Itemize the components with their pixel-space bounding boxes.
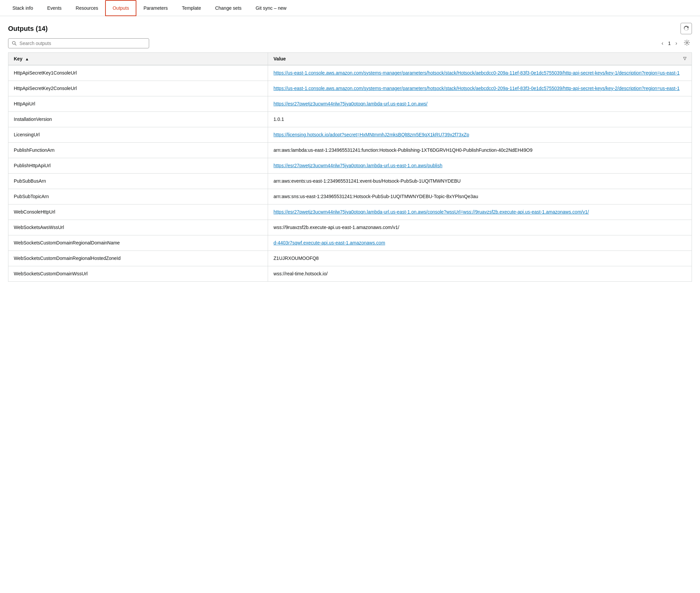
output-value[interactable]: https://esr27pwetjz3ucwm44nlw75jya0otoqn… bbox=[268, 158, 692, 173]
main-content: Outputs (14) ‹ 1 › bbox=[0, 16, 700, 288]
nav-tabs: Stack infoEventsResourcesOutputsParamete… bbox=[0, 0, 700, 16]
output-value: Z1UJRXOUMOOFQ8 bbox=[268, 251, 692, 266]
settings-icon bbox=[684, 40, 690, 46]
sort-icon: ▲ bbox=[25, 57, 29, 62]
outputs-table: Key ▲ Value ▽ HttpApiSecretKey1ConsoleUr… bbox=[8, 52, 692, 282]
output-value: wss://9ruavzsf2b.execute-api.us-east-1.a… bbox=[268, 220, 692, 235]
key-column-header[interactable]: Key ▲ bbox=[8, 53, 268, 66]
output-key: PublishHttpApiUrl bbox=[8, 158, 268, 173]
output-key: PubSubTopicArn bbox=[8, 189, 268, 204]
output-link[interactable]: https://licensing.hotsock.io/adopt?secre… bbox=[273, 132, 469, 137]
search-icon bbox=[12, 41, 17, 46]
output-key: LicensingUrl bbox=[8, 127, 268, 143]
table-row: WebSocketsAwsWssUrlwss://9ruavzsf2b.exec… bbox=[8, 220, 692, 235]
output-key: HttpApiSecretKey2ConsoleUrl bbox=[8, 81, 268, 96]
next-page-button[interactable]: › bbox=[673, 39, 679, 48]
output-key: PubSubBusArn bbox=[8, 173, 268, 189]
output-link[interactable]: https://esr27pwetjz3ucwm44nlw75jya0otoqn… bbox=[273, 163, 442, 168]
output-key: WebSocketsAwsWssUrl bbox=[8, 220, 268, 235]
tab-stack-info[interactable]: Stack info bbox=[5, 0, 40, 16]
page-number: 1 bbox=[668, 41, 671, 46]
table-row: PubSubTopicArnarn:aws:sns:us-east-1:2349… bbox=[8, 189, 692, 204]
search-pagination-row: ‹ 1 › bbox=[8, 38, 692, 48]
tab-events[interactable]: Events bbox=[40, 0, 69, 16]
output-value[interactable]: https://esr27pwetjz3ucwm44nlw75jya0otoqn… bbox=[268, 204, 692, 220]
output-key: WebConsoleHttpUrl bbox=[8, 204, 268, 220]
table-row: WebSocketsCustomDomainRegionalDomainName… bbox=[8, 235, 692, 251]
output-value: wss://real-time.hotsock.io/ bbox=[268, 266, 692, 282]
table-row: WebConsoleHttpUrlhttps://esr27pwetjz3ucw… bbox=[8, 204, 692, 220]
output-value: arn:aws:events:us-east-1:234965531241:ev… bbox=[268, 173, 692, 189]
output-link[interactable]: https://esr27pwetjz3ucwm44nlw75jya0otoqn… bbox=[273, 209, 589, 214]
svg-line-1 bbox=[15, 44, 16, 45]
output-key: WebSocketsCustomDomainRegionalDomainName bbox=[8, 235, 268, 251]
output-link[interactable]: d-4403r7sqwf.execute-api.us-east-1.amazo… bbox=[273, 240, 385, 245]
search-box[interactable] bbox=[8, 38, 149, 48]
output-value[interactable]: https://esr27pwetjz3ucwm44nlw75jya0otoqn… bbox=[268, 96, 692, 112]
outputs-header: Outputs (14) bbox=[8, 23, 692, 34]
table-row: PublishFunctionArnarn:aws:lambda:us-east… bbox=[8, 143, 692, 158]
output-value: arn:aws:lambda:us-east-1:234965531241:fu… bbox=[268, 143, 692, 158]
output-key: InstallationVersion bbox=[8, 112, 268, 127]
value-column-header[interactable]: Value ▽ bbox=[268, 53, 692, 66]
table-row: HttpApiSecretKey1ConsoleUrlhttps://us-ea… bbox=[8, 65, 692, 81]
tab-resources[interactable]: Resources bbox=[69, 0, 105, 16]
svg-point-2 bbox=[686, 42, 688, 44]
table-row: HttpApiUrlhttps://esr27pwetjz3ucwm44nlw7… bbox=[8, 96, 692, 112]
tab-outputs[interactable]: Outputs bbox=[105, 0, 137, 16]
output-value[interactable]: https://us-east-1.console.aws.amazon.com… bbox=[268, 65, 692, 81]
pagination-controls: ‹ 1 › bbox=[660, 38, 692, 48]
refresh-button[interactable] bbox=[680, 23, 692, 34]
output-link[interactable]: https://esr27pwetjz3ucwm44nlw75jya0otoqn… bbox=[273, 101, 427, 107]
output-key: HttpApiSecretKey1ConsoleUrl bbox=[8, 65, 268, 81]
output-link[interactable]: https://us-east-1.console.aws.amazon.com… bbox=[273, 86, 679, 91]
output-value[interactable]: d-4403r7sqwf.execute-api.us-east-1.amazo… bbox=[268, 235, 692, 251]
table-row: PubSubBusArnarn:aws:events:us-east-1:234… bbox=[8, 173, 692, 189]
column-settings-button[interactable] bbox=[682, 38, 692, 48]
output-key: WebSocketsCustomDomainRegionalHostedZone… bbox=[8, 251, 268, 266]
table-row: WebSocketsCustomDomainWssUrlwss://real-t… bbox=[8, 266, 692, 282]
output-key: WebSocketsCustomDomainWssUrl bbox=[8, 266, 268, 282]
tab-git-sync[interactable]: Git sync – new bbox=[248, 0, 294, 16]
table-row: LicensingUrlhttps://licensing.hotsock.io… bbox=[8, 127, 692, 143]
table-row: HttpApiSecretKey2ConsoleUrlhttps://us-ea… bbox=[8, 81, 692, 96]
output-key: HttpApiUrl bbox=[8, 96, 268, 112]
tab-change-sets[interactable]: Change sets bbox=[208, 0, 248, 16]
output-value: arn:aws:sns:us-east-1:234965531241:Hotso… bbox=[268, 189, 692, 204]
output-value[interactable]: https://licensing.hotsock.io/adopt?secre… bbox=[268, 127, 692, 143]
outputs-title: Outputs (14) bbox=[8, 25, 48, 33]
output-link[interactable]: https://us-east-1.console.aws.amazon.com… bbox=[273, 70, 679, 76]
table-row: InstallationVersion1.0.1 bbox=[8, 112, 692, 127]
output-value[interactable]: https://us-east-1.console.aws.amazon.com… bbox=[268, 81, 692, 96]
refresh-icon bbox=[684, 26, 689, 31]
prev-page-button[interactable]: ‹ bbox=[660, 39, 665, 48]
output-key: PublishFunctionArn bbox=[8, 143, 268, 158]
output-value: 1.0.1 bbox=[268, 112, 692, 127]
tab-parameters[interactable]: Parameters bbox=[137, 0, 175, 16]
filter-icon: ▽ bbox=[683, 56, 686, 61]
tab-template[interactable]: Template bbox=[175, 0, 208, 16]
table-row: PublishHttpApiUrlhttps://esr27pwetjz3ucw… bbox=[8, 158, 692, 173]
search-input[interactable] bbox=[20, 41, 146, 46]
table-row: WebSocketsCustomDomainRegionalHostedZone… bbox=[8, 251, 692, 266]
